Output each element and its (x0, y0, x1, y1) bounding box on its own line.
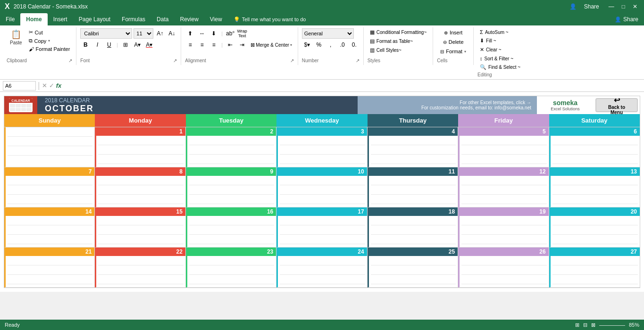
font-size-select[interactable]: 11 (134, 28, 153, 39)
cal-cell-9[interactable]: 9 (186, 167, 276, 207)
clear-button[interactable]: ✕ Clear ~ (477, 46, 504, 54)
menu-view[interactable]: View (204, 13, 228, 25)
align-middle-button[interactable]: ↔ (197, 28, 207, 39)
cal-cell-18[interactable]: 18 (368, 207, 458, 248)
format-button[interactable]: ⊟ Format ▾ (437, 47, 469, 56)
maximize-icon[interactable]: □ (622, 3, 625, 10)
share-button[interactable]: Share (580, 2, 603, 11)
alignment-expand-icon[interactable]: ↗ (290, 58, 294, 63)
align-left-button[interactable]: ≡ (185, 40, 195, 50)
conditional-formatting-button[interactable]: ▦ Conditional Formatting~ (368, 28, 429, 36)
align-right-button[interactable]: ≡ (209, 40, 219, 50)
increase-decimal-button[interactable]: 0. (349, 40, 360, 50)
confirm-formula-icon[interactable]: ✓ (49, 82, 54, 89)
autosum-button[interactable]: Σ AutoSum ~ (477, 28, 511, 36)
menu-home[interactable]: Home (20, 13, 47, 25)
cal-cell-19[interactable]: 19 (458, 207, 549, 248)
cancel-formula-icon[interactable]: ✕ (42, 82, 47, 89)
comma-button[interactable]: , (326, 40, 336, 50)
cal-cell-23[interactable]: 23 (186, 248, 276, 288)
back-to-menu-button[interactable]: ↩ Back to Menu (595, 98, 638, 112)
format-as-table-button[interactable]: ▤ Format as Table~ (368, 37, 415, 45)
find-select-button[interactable]: 🔍 Find & Select ~ (477, 63, 523, 71)
borders-button[interactable]: ⊞ (120, 40, 131, 50)
calendar-title-area: 2018 CALENDAR OCTOBER (37, 96, 358, 114)
align-center-button[interactable]: ≡ (197, 40, 207, 50)
number-expand-icon[interactable]: ↗ (356, 58, 360, 63)
spreadsheet-area: CALENDAR 2018 CALENDAR O (0, 92, 644, 292)
align-top-button[interactable]: ⬆ (185, 28, 195, 39)
delete-button[interactable]: ⊖ Delete (440, 38, 467, 46)
cal-cell-8[interactable]: 8 (95, 167, 185, 207)
decrease-decimal-button[interactable]: .0 (337, 40, 348, 50)
cell-styles-button[interactable]: ▥ Cell Styles~ (368, 46, 404, 54)
insert-button[interactable]: ⊕ Insert (441, 28, 466, 37)
cal-cell-5[interactable]: 5 (458, 127, 549, 167)
text-angle-button[interactable]: ab° (225, 28, 235, 39)
underline-button[interactable]: U (104, 40, 114, 50)
fill-button[interactable]: ⬇ Fill ~ (477, 37, 498, 45)
font-increase-button[interactable]: A↑ (155, 28, 165, 39)
cal-cell-1[interactable]: 1 (95, 127, 185, 167)
tell-me-area[interactable]: 💡 Tell me what you want to do (228, 13, 609, 25)
bold-button[interactable]: B (80, 40, 91, 50)
cal-date: 3 (278, 127, 367, 136)
cal-cell-12[interactable]: 12 (458, 167, 549, 207)
increase-indent-button[interactable]: ⇥ (237, 40, 247, 50)
cal-cell-22[interactable]: 22 (95, 248, 185, 288)
cal-cell-10[interactable]: 10 (276, 167, 367, 207)
menu-page-layout[interactable]: Page Layout (73, 13, 116, 25)
cal-cell-3[interactable]: 3 (276, 127, 367, 167)
cal-cell-27[interactable]: 27 (549, 248, 640, 288)
cal-cell-20[interactable]: 20 (549, 207, 640, 248)
accounting-format-button[interactable]: $▾ (302, 40, 312, 50)
menu-insert[interactable]: Insert (48, 13, 73, 25)
font-decrease-button[interactable]: A↓ (167, 28, 177, 39)
cal-cell-6[interactable]: 6 (549, 127, 640, 167)
cal-cell-14[interactable]: 14 (4, 207, 95, 248)
insert-function-icon[interactable]: fx (56, 82, 62, 89)
share-area[interactable]: 👤 Share (609, 13, 644, 25)
cal-cell-25[interactable]: 25 (368, 248, 458, 288)
clipboard-expand-icon[interactable]: ↗ (68, 58, 72, 63)
cal-cell-24[interactable]: 24 (276, 248, 367, 288)
cut-icon: ✂ (29, 29, 33, 35)
percent-button[interactable]: % (314, 40, 324, 50)
format-painter-button[interactable]: 🖌 Format Painter (26, 45, 73, 53)
cal-cell-26[interactable]: 26 (458, 248, 549, 288)
menu-file[interactable]: File (0, 13, 20, 25)
cal-cell-15[interactable]: 15 (95, 207, 185, 248)
cal-cell-21[interactable]: 21 (4, 248, 95, 288)
decrease-indent-button[interactable]: ⇤ (225, 40, 235, 50)
copy-button[interactable]: ⧉ Copy ▾ (26, 37, 73, 45)
cell-reference-input[interactable] (3, 81, 36, 91)
fill-color-button[interactable]: A▾ (132, 40, 142, 50)
number-format-select[interactable]: General (302, 28, 354, 39)
menu-data[interactable]: Data (151, 13, 174, 25)
cal-cell-11[interactable]: 11 (368, 167, 458, 207)
wrap-text-button[interactable]: Wrap Text (237, 28, 247, 39)
sort-filter-button[interactable]: ↕ Sort & Filter ~ (477, 55, 516, 62)
cal-line (189, 277, 274, 284)
cal-cell-4[interactable]: 4 (368, 127, 458, 167)
formula-input[interactable] (63, 81, 641, 91)
font-color-button[interactable]: A▾ (144, 40, 154, 50)
cal-cell-2[interactable]: 2 (186, 127, 276, 167)
cut-button[interactable]: ✂ Cut (26, 28, 73, 36)
cal-cell-empty[interactable] (4, 127, 95, 167)
cal-cell-16[interactable]: 16 (186, 207, 276, 248)
merge-center-button[interactable]: ⊠ Merge & Center ▾ (249, 41, 294, 49)
close-icon[interactable]: ✕ (633, 3, 637, 10)
minimize-icon[interactable]: — (609, 3, 614, 10)
paste-button[interactable]: 📋 Paste (7, 28, 25, 47)
italic-button[interactable]: I (92, 40, 102, 50)
menu-formulas[interactable]: Formulas (116, 13, 151, 25)
cal-cell-17[interactable]: 17 (276, 207, 367, 248)
cal-cell-13[interactable]: 13 (549, 167, 640, 207)
font-expand-icon[interactable]: ↗ (173, 58, 177, 63)
cal-line (8, 139, 92, 146)
align-bottom-button[interactable]: ⬇ (209, 28, 219, 39)
cal-cell-7[interactable]: 7 (4, 167, 95, 207)
font-family-select[interactable]: Calibri (80, 28, 132, 39)
menu-review[interactable]: Review (174, 13, 204, 25)
